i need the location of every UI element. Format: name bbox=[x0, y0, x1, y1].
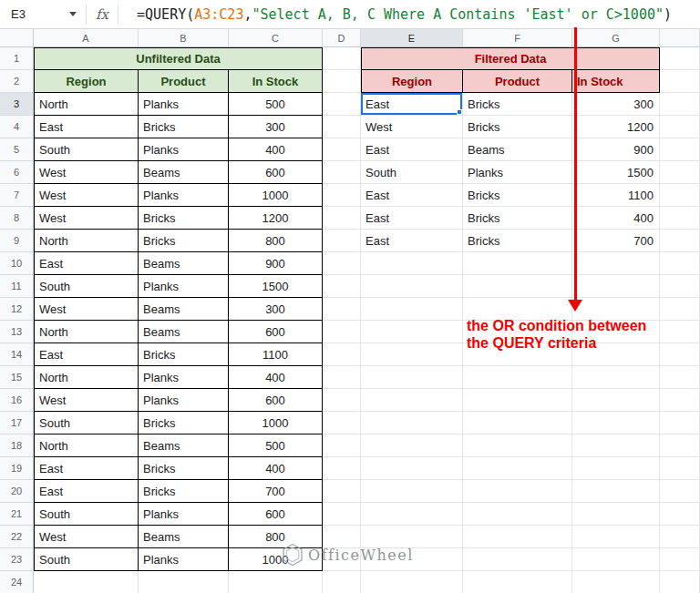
cell-E12[interactable] bbox=[361, 298, 463, 321]
row-header-13[interactable]: 13 bbox=[0, 321, 34, 343]
cell-E17[interactable] bbox=[361, 412, 463, 435]
cell-H16[interactable] bbox=[660, 389, 700, 412]
cell-F19[interactable] bbox=[463, 457, 572, 480]
cell-H18[interactable] bbox=[660, 435, 700, 457]
cell-D21[interactable] bbox=[323, 503, 361, 526]
cell-A23[interactable]: South bbox=[34, 548, 139, 571]
cell-E20[interactable] bbox=[361, 480, 463, 503]
row-header-24[interactable]: 24 bbox=[0, 571, 34, 593]
cell-B5[interactable]: Planks bbox=[139, 138, 229, 161]
cell-G24[interactable] bbox=[572, 571, 660, 593]
cell-H23[interactable] bbox=[660, 548, 700, 571]
row-header-19[interactable]: 19 bbox=[0, 457, 34, 480]
cell-D1[interactable] bbox=[323, 47, 361, 70]
cell-C11[interactable]: 1500 bbox=[229, 275, 323, 298]
column-header-A[interactable]: A bbox=[34, 29, 139, 47]
column-header-C[interactable]: C bbox=[229, 29, 323, 47]
cell-D2[interactable] bbox=[323, 70, 361, 93]
row-header-17[interactable]: 17 bbox=[0, 412, 34, 435]
cell-D20[interactable] bbox=[323, 480, 361, 503]
cell-B17[interactable]: Bricks bbox=[139, 412, 229, 435]
column-header-G[interactable]: G bbox=[572, 29, 660, 47]
cell-D17[interactable] bbox=[323, 412, 361, 435]
cell-F8[interactable]: Bricks bbox=[463, 207, 572, 230]
cell-B23[interactable]: Planks bbox=[139, 548, 229, 571]
column-header-F[interactable]: F bbox=[463, 29, 572, 47]
cell-C7[interactable]: 1000 bbox=[229, 184, 323, 207]
cell-C9[interactable]: 800 bbox=[229, 230, 323, 252]
row-header-18[interactable]: 18 bbox=[0, 435, 34, 457]
cell-E6[interactable]: South bbox=[361, 161, 463, 184]
row-header-9[interactable]: 9 bbox=[0, 230, 34, 252]
cell-B11[interactable]: Planks bbox=[139, 275, 229, 298]
cell-G15[interactable] bbox=[572, 366, 660, 389]
cell-A4[interactable]: East bbox=[34, 116, 139, 138]
cell-F20[interactable] bbox=[463, 480, 572, 503]
cell-B16[interactable]: Planks bbox=[139, 389, 229, 412]
cell-D7[interactable] bbox=[323, 184, 361, 207]
cell-H15[interactable] bbox=[660, 366, 700, 389]
cell-B19[interactable]: Bricks bbox=[139, 457, 229, 480]
cell-D11[interactable] bbox=[323, 275, 361, 298]
cell-C20[interactable]: 700 bbox=[229, 480, 323, 503]
cell-D8[interactable] bbox=[323, 207, 361, 230]
cell-F9[interactable]: Bricks bbox=[463, 230, 572, 252]
cell-H8[interactable] bbox=[660, 207, 700, 230]
cell-B21[interactable]: Planks bbox=[139, 503, 229, 526]
cell-H13[interactable] bbox=[660, 321, 700, 343]
cell-C4[interactable]: 300 bbox=[229, 116, 323, 138]
cell-G22[interactable] bbox=[572, 526, 660, 548]
cell-G6[interactable]: 1500 bbox=[572, 161, 660, 184]
cell-B22[interactable]: Beams bbox=[139, 526, 229, 548]
cell-G17[interactable] bbox=[572, 412, 660, 435]
cell-D4[interactable] bbox=[323, 116, 361, 138]
cell-C17[interactable]: 1000 bbox=[229, 412, 323, 435]
cell-D9[interactable] bbox=[323, 230, 361, 252]
cell-B14[interactable]: Bricks bbox=[139, 343, 229, 366]
cell-D13[interactable] bbox=[323, 321, 361, 343]
cell-H10[interactable] bbox=[660, 252, 700, 275]
cell-G19[interactable] bbox=[572, 457, 660, 480]
cell-D24[interactable] bbox=[323, 571, 361, 593]
cell-H21[interactable] bbox=[660, 503, 700, 526]
cell-F23[interactable] bbox=[463, 548, 572, 571]
cell-H3[interactable] bbox=[660, 93, 700, 116]
cell-H5[interactable] bbox=[660, 138, 700, 161]
cell-C3[interactable]: 500 bbox=[229, 93, 323, 116]
cell-G8[interactable]: 400 bbox=[572, 207, 660, 230]
cell-F11[interactable] bbox=[463, 275, 572, 298]
cell-F18[interactable] bbox=[463, 435, 572, 457]
cell-F21[interactable] bbox=[463, 503, 572, 526]
cell-B20[interactable]: Bricks bbox=[139, 480, 229, 503]
cell-A13[interactable]: North bbox=[34, 321, 139, 343]
cell-B15[interactable]: Planks bbox=[139, 366, 229, 389]
cell-C16[interactable]: 600 bbox=[229, 389, 323, 412]
row-header-14[interactable]: 14 bbox=[0, 343, 34, 366]
cell-C10[interactable]: 900 bbox=[229, 252, 323, 275]
cell-D15[interactable] bbox=[323, 366, 361, 389]
cell-A8[interactable]: West bbox=[34, 207, 139, 230]
column-header-E[interactable]: E bbox=[361, 29, 463, 47]
cell-A5[interactable]: South bbox=[34, 138, 139, 161]
cell-B10[interactable]: Beams bbox=[139, 252, 229, 275]
cell-C8[interactable]: 1200 bbox=[229, 207, 323, 230]
row-header-8[interactable]: 8 bbox=[0, 207, 34, 230]
cell-B3[interactable]: Planks bbox=[139, 93, 229, 116]
cell-B9[interactable]: Bricks bbox=[139, 230, 229, 252]
cell-G11[interactable] bbox=[572, 275, 660, 298]
cell-E14[interactable] bbox=[361, 343, 463, 366]
cell-B6[interactable]: Beams bbox=[139, 161, 229, 184]
row-header-5[interactable]: 5 bbox=[0, 138, 34, 161]
cell-F6[interactable]: Planks bbox=[463, 161, 572, 184]
cell-H7[interactable] bbox=[660, 184, 700, 207]
cell-D6[interactable] bbox=[323, 161, 361, 184]
unfiltered-header-product[interactable]: Product bbox=[139, 70, 229, 93]
cell-F10[interactable] bbox=[463, 252, 572, 275]
cell-E15[interactable] bbox=[361, 366, 463, 389]
cell-E16[interactable] bbox=[361, 389, 463, 412]
cell-D3[interactable] bbox=[323, 93, 361, 116]
cell-C14[interactable]: 1100 bbox=[229, 343, 323, 366]
cell-G9[interactable]: 700 bbox=[572, 230, 660, 252]
cell-H11[interactable] bbox=[660, 275, 700, 298]
cell-A9[interactable]: North bbox=[34, 230, 139, 252]
